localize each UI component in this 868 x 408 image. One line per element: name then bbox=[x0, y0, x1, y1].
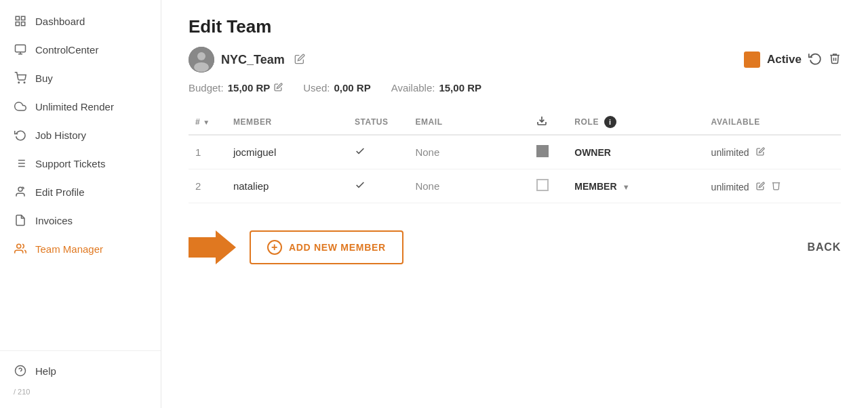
available-item: Available: 15,00 RP bbox=[391, 82, 481, 94]
team-delete-icon[interactable] bbox=[829, 52, 841, 67]
active-label: Active bbox=[767, 53, 802, 66]
owner-indicator bbox=[536, 145, 549, 157]
row-delete-icon[interactable] bbox=[771, 182, 781, 192]
add-member-label: ADD NEW MEMBER bbox=[289, 242, 386, 253]
budget-label: Budget: bbox=[189, 82, 224, 94]
sidebar-item-label: Buy bbox=[35, 73, 53, 84]
grid-icon bbox=[14, 14, 27, 28]
cell-download-check bbox=[530, 135, 568, 169]
used-item: Used: 0,00 RP bbox=[303, 82, 370, 94]
team-name-edit-icon[interactable] bbox=[294, 54, 305, 66]
history-icon bbox=[14, 128, 27, 142]
sidebar-item-label: Support Tickets bbox=[35, 158, 105, 169]
svg-point-8 bbox=[24, 82, 25, 83]
cell-num: 2 bbox=[189, 169, 226, 203]
role-dropdown-arrow[interactable]: ▼ bbox=[623, 183, 630, 191]
cell-member: jocmiguel bbox=[226, 135, 348, 169]
team-avatar bbox=[189, 47, 214, 73]
user-edit-icon bbox=[14, 185, 27, 199]
col-role: ROLE i bbox=[568, 110, 704, 135]
sidebar-item-label: Dashboard bbox=[35, 16, 85, 27]
sidebar-counter: / 210 bbox=[0, 385, 161, 401]
active-badge-area: Active bbox=[744, 52, 841, 68]
table-row: 1 jocmiguel None OWNER unlimited bbox=[189, 135, 841, 169]
cell-role: MEMBER ▼ bbox=[568, 169, 704, 203]
budget-value: 15,00 RP bbox=[228, 82, 271, 94]
svg-marker-23 bbox=[189, 230, 236, 264]
budget-edit-icon[interactable] bbox=[274, 83, 283, 94]
back-button[interactable]: BACK bbox=[808, 241, 841, 253]
bottom-area: + ADD NEW MEMBER BACK bbox=[189, 224, 841, 271]
svg-point-16 bbox=[17, 244, 21, 248]
sidebar-item-help[interactable]: Help bbox=[0, 356, 161, 385]
file-icon bbox=[14, 213, 27, 227]
sidebar-item-label: Invoices bbox=[35, 215, 73, 226]
cell-member: nataliep bbox=[226, 169, 348, 203]
cell-download-check bbox=[530, 169, 568, 203]
members-table: # ▼ MEMBER STATUS EMAIL ROLE i AVAILABLE bbox=[189, 110, 841, 203]
sidebar-item-label: Team Manager bbox=[35, 243, 103, 255]
role-info-icon[interactable]: i bbox=[604, 116, 616, 128]
available-label: Available: bbox=[391, 82, 435, 94]
svg-point-21 bbox=[194, 62, 209, 72]
sidebar-item-invoices[interactable]: Invoices bbox=[0, 206, 161, 234]
sidebar-item-controlcenter[interactable]: ControlCenter bbox=[0, 35, 161, 64]
svg-point-7 bbox=[18, 82, 20, 83]
cell-available: unlimited bbox=[705, 169, 841, 203]
status-check bbox=[355, 147, 366, 159]
role-label: MEMBER bbox=[574, 181, 616, 192]
col-num[interactable]: # ▼ bbox=[189, 110, 226, 135]
sidebar-item-label: Unlimited Render bbox=[35, 101, 114, 113]
col-available: AVAILABLE bbox=[705, 110, 841, 135]
list-icon bbox=[14, 157, 27, 170]
plus-circle-icon: + bbox=[267, 240, 282, 255]
used-value: 0,00 RP bbox=[334, 82, 370, 94]
question-icon bbox=[14, 364, 27, 378]
svg-rect-0 bbox=[16, 16, 19, 20]
sidebar-item-label: ControlCenter bbox=[35, 44, 98, 56]
col-status: STATUS bbox=[348, 110, 408, 135]
cloud-icon bbox=[14, 100, 27, 113]
cell-status bbox=[348, 169, 408, 203]
history-icon-btn[interactable] bbox=[808, 52, 822, 68]
arrow-svg bbox=[189, 230, 236, 264]
sidebar-item-buy[interactable]: Buy bbox=[0, 64, 161, 92]
orange-arrow bbox=[189, 230, 236, 264]
budget-item: Budget: 15,00 RP bbox=[189, 82, 283, 94]
cell-email: None bbox=[408, 169, 530, 203]
available-value: unlimited bbox=[711, 147, 749, 158]
download-col-icon bbox=[536, 117, 547, 128]
cell-available: unlimited bbox=[705, 135, 841, 169]
svg-point-20 bbox=[197, 52, 205, 60]
col-email: EMAIL bbox=[408, 110, 530, 135]
table-header-row: # ▼ MEMBER STATUS EMAIL ROLE i AVAILABLE bbox=[189, 110, 841, 135]
svg-rect-2 bbox=[16, 22, 19, 26]
cart-icon bbox=[14, 71, 27, 85]
svg-rect-3 bbox=[22, 22, 25, 26]
monitor-icon bbox=[14, 43, 27, 56]
budget-row: Budget: 15,00 RP Used: 0,00 RP Available… bbox=[189, 82, 841, 94]
sidebar-item-support-tickets[interactable]: Support Tickets bbox=[0, 149, 161, 178]
sidebar-item-team-manager[interactable]: Team Manager bbox=[0, 234, 161, 263]
sidebar-item-job-history[interactable]: Job History bbox=[0, 121, 161, 149]
arrow-btn-area: + ADD NEW MEMBER bbox=[189, 230, 403, 264]
available-value: unlimited bbox=[711, 182, 749, 192]
cell-num: 1 bbox=[189, 135, 226, 169]
sidebar: Dashboard ControlCenter Buy Unlimited Re… bbox=[0, 0, 161, 408]
row-edit-icon[interactable] bbox=[756, 148, 765, 158]
sidebar-item-dashboard[interactable]: Dashboard bbox=[0, 7, 161, 35]
sidebar-item-edit-profile[interactable]: Edit Profile bbox=[0, 178, 161, 206]
users-icon bbox=[14, 242, 27, 256]
team-name: NYC_Team bbox=[221, 53, 285, 67]
svg-rect-1 bbox=[22, 16, 25, 20]
member-indicator bbox=[536, 179, 549, 191]
sidebar-item-label: Job History bbox=[35, 129, 86, 141]
active-color-box bbox=[744, 52, 760, 68]
add-new-member-button[interactable]: + ADD NEW MEMBER bbox=[250, 230, 403, 264]
page-title: Edit Team bbox=[189, 16, 841, 37]
sidebar-item-label: Help bbox=[35, 365, 56, 377]
sidebar-item-unlimited-render[interactable]: Unlimited Render bbox=[0, 92, 161, 121]
col-download bbox=[530, 110, 568, 135]
sidebar-item-label: Edit Profile bbox=[35, 186, 85, 198]
row-edit-icon[interactable] bbox=[756, 182, 768, 192]
